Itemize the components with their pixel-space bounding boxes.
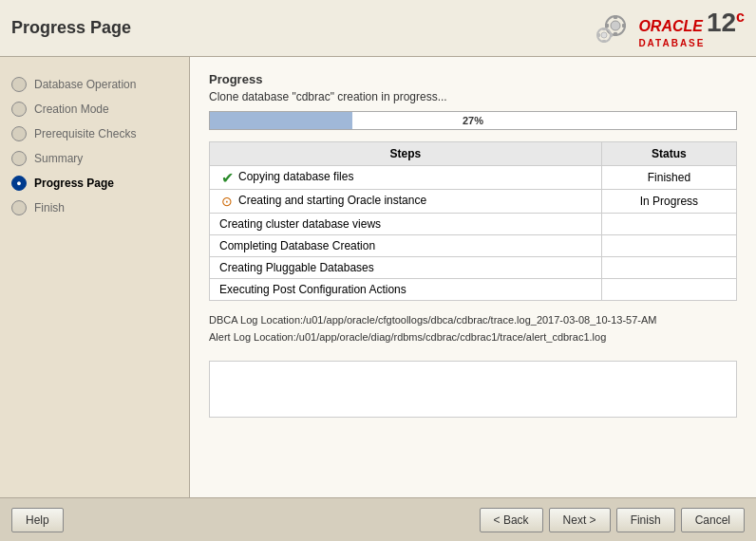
- svg-rect-10: [605, 24, 609, 28]
- sidebar-item-database-operation: Database Operation: [0, 72, 189, 97]
- progress-bar-fill: [210, 112, 352, 129]
- svg-rect-9: [614, 32, 617, 36]
- step-label: Copying database files: [238, 170, 353, 183]
- table-row: Creating Pluggable Databases: [210, 257, 602, 279]
- sidebar-item-creation-mode: Creation Mode: [0, 97, 189, 121]
- sidebar-label-4: Summary: [34, 152, 83, 165]
- gear-icon: [587, 5, 634, 52]
- header: Progress Page ORACLE 12c: [0, 0, 756, 57]
- step-icon-1: [11, 77, 27, 92]
- sidebar-label-3: Prerequisite Checks: [34, 127, 136, 140]
- step-label: Creating cluster database views: [219, 217, 381, 231]
- progress-section: Progress Clone database "cdbrac" creatio…: [209, 72, 737, 130]
- sidebar-label-1: Database Operation: [34, 78, 136, 91]
- step-icon-3: [11, 126, 27, 141]
- content-area: Progress Clone database "cdbrac" creatio…: [190, 57, 756, 497]
- log-line-1: DBCA Log Location:/u01/app/oracle/cfgtoo…: [209, 312, 737, 329]
- step-status: [601, 214, 736, 235]
- step-label: Executing Post Configuration Actions: [219, 283, 406, 296]
- step-status: In Progress: [601, 190, 736, 214]
- section-title: Progress: [209, 72, 737, 86]
- step-icon-2: [11, 102, 27, 117]
- step-label: Creating Pluggable Databases: [219, 261, 374, 274]
- svg-point-1: [611, 21, 620, 30]
- main-container: Database Operation Creation Mode Prerequ…: [0, 57, 756, 497]
- steps-col-header: Steps: [210, 142, 602, 166]
- inprogress-icon: ⊙: [219, 194, 235, 209]
- sidebar: Database Operation Creation Mode Prerequ…: [0, 57, 190, 497]
- sidebar-item-prerequisite: Prerequisite Checks: [0, 121, 189, 146]
- cancel-button[interactable]: Cancel: [681, 508, 745, 532]
- step-label: Completing Database Creation: [219, 239, 375, 252]
- finish-button[interactable]: Finish: [616, 508, 675, 532]
- svg-rect-11: [622, 24, 626, 28]
- step-icon-5: ●: [11, 176, 27, 191]
- oracle-text: ORACLE: [638, 18, 703, 35]
- sidebar-item-summary: Summary: [0, 146, 189, 171]
- svg-rect-4: [602, 28, 606, 30]
- svg-point-3: [601, 32, 607, 38]
- footer-right: < Back Next > Finish Cancel: [480, 508, 745, 532]
- footer: Help < Back Next > Finish Cancel: [0, 497, 756, 541]
- footer-left: Help: [11, 508, 64, 532]
- sidebar-label-6: Finish: [34, 201, 65, 215]
- step-icon-6: [11, 200, 27, 215]
- finished-icon: ✔: [219, 170, 235, 185]
- steps-table: Steps Status ✔Copying database filesFini…: [209, 141, 737, 301]
- sidebar-item-progress: ● Progress Page: [0, 171, 189, 196]
- sidebar-label-2: Creation Mode: [34, 103, 109, 116]
- oracle-logo: ORACLE 12c DATABASE: [587, 5, 745, 52]
- progress-bar: 27%: [209, 111, 737, 130]
- table-row: Creating cluster database views: [210, 214, 602, 235]
- svg-rect-8: [614, 15, 617, 19]
- table-row: ⊙Creating and starting Oracle instance: [210, 190, 602, 214]
- next-button[interactable]: Next >: [549, 508, 611, 532]
- table-row: ✔Copying database files: [210, 166, 602, 190]
- page-title: Progress Page: [11, 18, 131, 38]
- table-row: Completing Database Creation: [210, 235, 602, 257]
- svg-rect-7: [610, 33, 613, 37]
- sidebar-item-finish: Finish: [0, 196, 189, 220]
- back-button[interactable]: < Back: [480, 508, 543, 532]
- step-status: [601, 235, 736, 257]
- log-output-area: [209, 361, 737, 418]
- oracle-brand: ORACLE 12c DATABASE: [638, 8, 745, 48]
- svg-rect-6: [597, 33, 600, 37]
- database-text: DATABASE: [638, 38, 745, 48]
- step-status: Finished: [601, 166, 736, 190]
- step-label: Creating and starting Oracle instance: [238, 194, 426, 207]
- step-status: [601, 279, 736, 301]
- step-icon-4: [11, 151, 27, 166]
- table-row: Executing Post Configuration Actions: [210, 279, 602, 301]
- version-text: 12c: [707, 8, 745, 38]
- help-button[interactable]: Help: [11, 508, 64, 532]
- progress-bar-label: 27%: [463, 115, 483, 126]
- sidebar-label-5: Progress Page: [34, 177, 114, 190]
- status-col-header: Status: [601, 142, 736, 166]
- progress-message: Clone database "cdbrac" creation in prog…: [209, 90, 737, 103]
- log-line-2: Alert Log Location:/u01/app/oracle/diag/…: [209, 329, 737, 346]
- svg-rect-5: [602, 40, 606, 43]
- step-status: [601, 257, 736, 279]
- log-section: DBCA Log Location:/u01/app/oracle/cfgtoo…: [209, 312, 737, 345]
